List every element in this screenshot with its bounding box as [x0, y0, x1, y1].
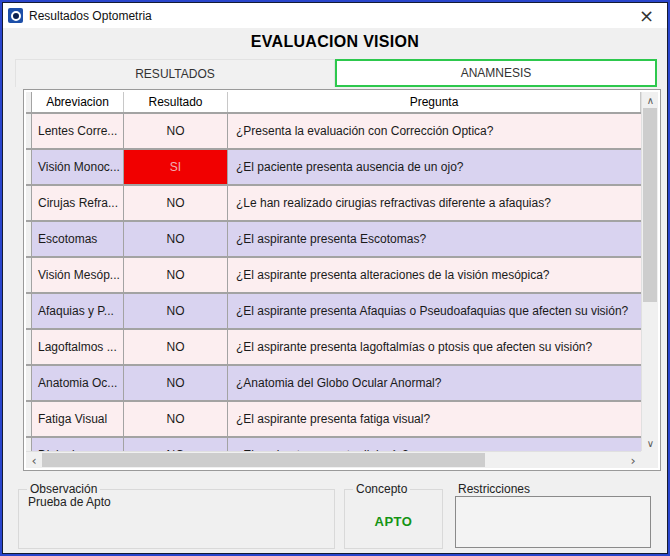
cell-abreviacion[interactable]: Anatomia Oc...: [32, 366, 124, 400]
cell-resultado[interactable]: NO: [124, 258, 228, 292]
table-row[interactable]: Lagoftalmos ...NO¿El aspirante presenta …: [26, 330, 641, 366]
cell-abreviacion[interactable]: Afaquias y P...: [32, 294, 124, 328]
table-row[interactable]: DiplopiaNO¿El aspirante presenta diplopí…: [26, 438, 641, 451]
scrollbar-corner: [641, 451, 658, 468]
observacion-label: Observación: [27, 482, 100, 496]
window-title: Resultados Optometria: [29, 9, 152, 23]
cell-resultado[interactable]: NO: [124, 114, 228, 148]
observacion-value: Prueba de Apto: [28, 495, 111, 509]
cell-abreviacion[interactable]: Visión Monoc...: [32, 150, 124, 184]
horizontal-scrollbar[interactable]: ‹ ›: [26, 451, 641, 468]
cell-pregunta[interactable]: ¿El aspirante presenta alteraciones de l…: [228, 258, 641, 292]
column-header-pregunta[interactable]: Pregunta: [228, 92, 641, 112]
tab-anamnesis[interactable]: ANAMNESIS: [335, 59, 657, 87]
cell-pregunta[interactable]: ¿Anatomia del Globo Ocular Anormal?: [228, 366, 641, 400]
cell-resultado[interactable]: NO: [124, 294, 228, 328]
concepto-label: Concepto: [353, 482, 410, 496]
concepto-groupbox: Concepto APTO: [344, 489, 443, 549]
table-row[interactable]: Visión Mesóp...NO¿El aspirante presenta …: [26, 258, 641, 294]
table-row[interactable]: Visión Monoc...SI¿El paciente presenta a…: [26, 150, 641, 186]
cell-resultado[interactable]: NO: [124, 222, 228, 256]
anamnesis-table-panel: Abreviacion Resultado Pregunta Lentes Co…: [23, 89, 661, 471]
cell-abreviacion[interactable]: Lentes Corre...: [32, 114, 124, 148]
cell-pregunta[interactable]: ¿El aspirante presenta Escotomas?: [228, 222, 641, 256]
restricciones-box[interactable]: [455, 496, 651, 548]
tab-resultados[interactable]: RESULTADOS: [15, 59, 335, 87]
title-bar: Resultados Optometria ×: [3, 3, 667, 28]
scroll-up-icon[interactable]: ∧: [642, 92, 659, 108]
cell-abreviacion[interactable]: Cirujas Refra...: [32, 186, 124, 220]
scroll-left-icon[interactable]: ‹: [26, 452, 42, 469]
column-header-resultado[interactable]: Resultado: [124, 92, 228, 112]
table-row[interactable]: Lentes Corre...NO¿Presenta la evaluación…: [26, 114, 641, 150]
results-optometry-window: Resultados Optometria × EVALUACION VISIO…: [0, 0, 670, 556]
cell-resultado[interactable]: SI: [124, 150, 228, 184]
scroll-down-icon[interactable]: ∨: [642, 435, 659, 451]
close-icon[interactable]: ×: [631, 7, 662, 25]
table-rows: Lentes Corre...NO¿Presenta la evaluación…: [26, 114, 641, 451]
observacion-groupbox: Observación Prueba de Apto: [18, 489, 335, 549]
table-row[interactable]: EscotomasNO¿El aspirante presenta Escoto…: [26, 222, 641, 258]
cell-pregunta[interactable]: ¿Le han realizado cirugias refractivas d…: [228, 186, 641, 220]
cell-abreviacion[interactable]: Diplopia: [32, 438, 124, 451]
cell-pregunta[interactable]: ¿El aspirante presenta Afaquias o Pseudo…: [228, 294, 641, 328]
cell-resultado[interactable]: NO: [124, 438, 228, 451]
restricciones-label: Restricciones: [458, 482, 530, 496]
cell-pregunta[interactable]: ¿El paciente presenta ausencia de un ojo…: [228, 150, 641, 184]
table-row[interactable]: Anatomia Oc...NO¿Anatomia del Globo Ocul…: [26, 366, 641, 402]
cell-abreviacion[interactable]: Lagoftalmos ...: [32, 330, 124, 364]
cell-pregunta[interactable]: ¿El aspirante presenta diplopía?: [228, 438, 641, 451]
page-title: EVALUACION VISION: [3, 33, 667, 51]
cell-abreviacion[interactable]: Escotomas: [32, 222, 124, 256]
cell-pregunta[interactable]: ¿El aspirante presenta lagoftalmías o pt…: [228, 330, 641, 364]
table-row[interactable]: Fatiga VisualNO¿El aspirante presenta fa…: [26, 402, 641, 438]
anamnesis-table: Abreviacion Resultado Pregunta Lentes Co…: [26, 92, 658, 468]
cell-abreviacion[interactable]: Visión Mesóp...: [32, 258, 124, 292]
concepto-value: APTO: [345, 514, 442, 529]
vertical-scrollbar-thumb[interactable]: [643, 108, 657, 302]
cell-abreviacion[interactable]: Fatiga Visual: [32, 402, 124, 436]
horizontal-scrollbar-thumb[interactable]: [42, 453, 485, 467]
cell-resultado[interactable]: NO: [124, 186, 228, 220]
table-row[interactable]: Cirujas Refra...NO¿Le han realizado ciru…: [26, 186, 641, 222]
column-header-abreviacion[interactable]: Abreviacion: [32, 92, 124, 112]
table-row[interactable]: Afaquias y P...NO¿El aspirante presenta …: [26, 294, 641, 330]
cell-pregunta[interactable]: ¿El aspirante presenta fatiga visual?: [228, 402, 641, 436]
cell-resultado[interactable]: NO: [124, 366, 228, 400]
scroll-right-icon[interactable]: ›: [625, 452, 641, 469]
vertical-scrollbar[interactable]: ∧ ∨: [641, 92, 658, 451]
window-inner-frame: Resultados Optometria × EVALUACION VISIO…: [2, 2, 668, 554]
table-header-row: Abreviacion Resultado Pregunta: [26, 92, 641, 114]
cell-resultado[interactable]: NO: [124, 330, 228, 364]
eye-app-icon: [8, 8, 23, 23]
table-viewport: Abreviacion Resultado Pregunta Lentes Co…: [26, 92, 641, 451]
tab-strip: RESULTADOS ANAMNESIS: [15, 59, 657, 87]
cell-resultado[interactable]: NO: [124, 402, 228, 436]
cell-pregunta[interactable]: ¿Presenta la evaluación con Corrección O…: [228, 114, 641, 148]
